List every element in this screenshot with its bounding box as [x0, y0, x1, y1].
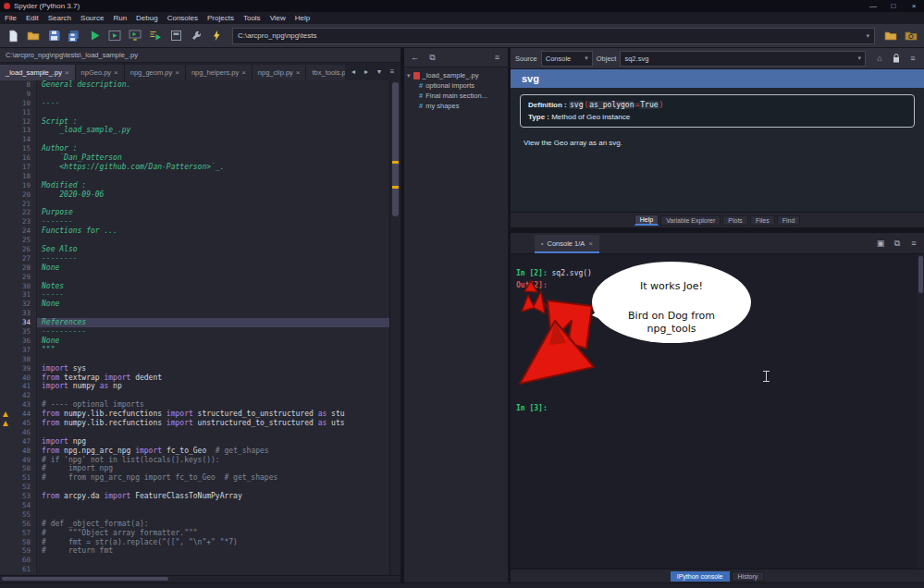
collapse-icon[interactable]: ▾: [407, 72, 411, 80]
tab-files[interactable]: Files: [750, 215, 775, 226]
menu-icon[interactable]: ≡: [491, 52, 503, 64]
outline-item[interactable]: #Final main section...: [404, 91, 508, 101]
tab-load-sample-py[interactable]: _load_sample_.py×: [0, 65, 76, 80]
close-icon[interactable]: ×: [296, 68, 301, 77]
save-all-icon[interactable]: [66, 28, 82, 44]
scroll-left-icon[interactable]: ◂: [348, 67, 359, 78]
scrollbar-thumb[interactable]: [2, 577, 168, 581]
object-value: sq2.svg: [624, 55, 648, 63]
scroll-right-icon[interactable]: ▸: [361, 67, 372, 78]
console-scrollbar[interactable]: [918, 254, 924, 569]
code-line: 36None: [0, 337, 390, 346]
menu-item-projects[interactable]: Projects: [203, 12, 239, 24]
menu-item-help[interactable]: Help: [290, 12, 314, 24]
menu-item-run[interactable]: Run: [108, 12, 131, 24]
outline-item-label: optional imports: [425, 81, 474, 90]
code-line: 19Modified :: [0, 181, 390, 190]
browse-tabs-icon[interactable]: ▾: [374, 67, 385, 78]
text-cursor-pointer: [762, 371, 770, 383]
object-combobox[interactable]: sq2.svg ▾: [620, 51, 866, 67]
code-line: 47import npg: [0, 437, 390, 447]
outline-item[interactable]: #my shapes: [404, 101, 508, 111]
source-combobox[interactable]: Console ▾: [541, 51, 593, 67]
menu-item-view[interactable]: View: [265, 12, 290, 24]
tab-ipython-console[interactable]: IPython console: [671, 571, 730, 582]
menu-item-edit[interactable]: Edit: [21, 12, 43, 24]
close-button[interactable]: ×: [904, 0, 924, 12]
python-path-icon[interactable]: [208, 28, 225, 44]
tab-npgeo-py[interactable]: npGeo.py×: [76, 65, 125, 80]
tab-npg-geom-py[interactable]: npg_geom.py×: [125, 65, 186, 80]
working-directory-combobox[interactable]: C:\arcpro_npg\npg\tests ▾: [232, 28, 875, 44]
code-line: 33: [0, 309, 390, 318]
menu-item-file[interactable]: File: [0, 12, 21, 24]
menu-item-debug[interactable]: Debug: [131, 12, 163, 24]
recent-directory-icon[interactable]: [903, 28, 919, 44]
run-selection-icon[interactable]: [147, 28, 164, 44]
back-arrow-icon[interactable]: ←: [409, 52, 421, 64]
home-icon[interactable]: ⌂: [873, 52, 886, 65]
run-icon[interactable]: [86, 28, 103, 44]
tab-label: npg_helpers.py: [191, 68, 239, 77]
run-cell-advance-icon[interactable]: [127, 28, 143, 44]
editor-pane: C:\arcpro_npg\npg\tests\_load_sample_.py…: [0, 48, 400, 582]
tab-npg-clip-py[interactable]: npg_clip.py×: [253, 65, 307, 80]
line-number: 12: [10, 117, 36, 127]
line-number: 11: [10, 108, 36, 117]
maximize-button[interactable]: □: [883, 0, 904, 12]
close-icon[interactable]: ×: [588, 239, 593, 248]
menu-item-source[interactable]: Source: [76, 12, 108, 24]
tab-plots[interactable]: Plots: [722, 215, 748, 226]
scrollbar-thumb[interactable]: [392, 82, 399, 216]
tab-tbx-tools-py[interactable]: tbx_tools.py×: [306, 65, 345, 80]
line-number: 58: [10, 538, 36, 547]
definition-line: Definition : svg(as_polygon=True): [528, 99, 906, 111]
preferences-icon[interactable]: [188, 28, 204, 44]
close-icon[interactable]: ×: [175, 68, 179, 77]
code-line: 55: [0, 510, 390, 520]
outline-root[interactable]: ▾ _load_sample_.py: [404, 70, 508, 80]
editor-scrollbar[interactable]: [389, 80, 400, 575]
minimize-button[interactable]: —: [863, 0, 883, 12]
tab-help[interactable]: Help: [634, 214, 659, 226]
tab-variable-explorer[interactable]: Variable Explorer: [660, 215, 721, 226]
menu-item-tools[interactable]: Tools: [239, 12, 265, 24]
run-cell-icon[interactable]: [106, 28, 123, 44]
ipython-console[interactable]: In [2]: sq2.svg() Out[2]: It works J: [511, 254, 924, 569]
tab-label: npGeo.py: [81, 68, 112, 77]
tab-console-1a[interactable]: ▪ Console 1/A ×: [535, 235, 599, 253]
inspect-icon[interactable]: ▣: [874, 237, 887, 250]
code-editor[interactable]: 8General description.910----1112Script :…: [0, 80, 400, 575]
in-prompt: In [3]:: [516, 404, 548, 412]
line-number: 29: [10, 273, 36, 282]
tab-history[interactable]: History: [732, 571, 765, 582]
tab-npg-helpers-py[interactable]: npg_helpers.py×: [186, 65, 253, 80]
lock-icon[interactable]: [890, 52, 903, 65]
menu-icon[interactable]: ≡: [907, 237, 920, 250]
line-number: 21: [10, 200, 36, 209]
menu-icon[interactable]: ≡: [906, 52, 919, 65]
menu-item-search[interactable]: Search: [43, 12, 76, 24]
close-icon[interactable]: ×: [65, 68, 69, 77]
save-icon[interactable]: [45, 28, 62, 44]
copy-icon[interactable]: ⧉: [426, 52, 438, 64]
open-directory-icon[interactable]: [882, 28, 899, 44]
line-number: 14: [10, 135, 36, 144]
line-number: 16: [10, 153, 36, 163]
close-icon[interactable]: ×: [241, 68, 246, 77]
code-line: 30Notes: [0, 282, 390, 291]
code-line: 15Author :: [0, 144, 390, 153]
open-file-icon[interactable]: [25, 28, 42, 44]
maximize-pane-icon[interactable]: [167, 28, 184, 44]
outline-item[interactable]: #optional imports: [404, 80, 508, 91]
spyder-window: Spyder (Python 3.7) — □ × FileEditSearch…: [0, 0, 924, 588]
new-file-icon[interactable]: [5, 28, 21, 44]
line-number: 59: [10, 546, 36, 556]
close-icon[interactable]: ×: [114, 68, 118, 77]
tab-find[interactable]: Find: [777, 215, 801, 226]
menu-icon[interactable]: ≡: [387, 67, 398, 78]
copy-icon[interactable]: ⧉: [891, 237, 904, 250]
scrollbar-thumb[interactable]: [918, 256, 923, 293]
editor-horizontal-scrollbar[interactable]: [0, 575, 400, 582]
menu-item-consoles[interactable]: Consoles: [163, 12, 203, 24]
